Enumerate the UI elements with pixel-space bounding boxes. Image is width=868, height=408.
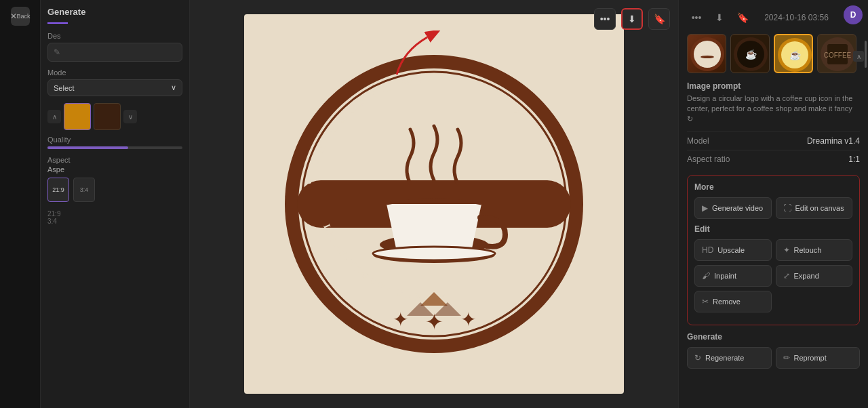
edit-on-canvas-button[interactable]: ⛶ Edit on canvas: [776, 197, 853, 219]
remove-icon: ✂: [702, 297, 709, 306]
thumb-down-button[interactable]: ∨: [123, 110, 137, 123]
panel-bookmark-button[interactable]: 🔖: [733, 8, 752, 27]
user-avatar[interactable]: D: [844, 5, 863, 24]
retouch-button[interactable]: ✦ Retouch: [776, 239, 853, 261]
thumbnail-3[interactable]: ☕: [774, 34, 813, 73]
inpaint-button[interactable]: 🖌 Inpaint: [694, 265, 772, 287]
prompt-refresh-button[interactable]: ↻: [687, 115, 860, 123]
panel-download-button[interactable]: ⬇: [710, 8, 729, 27]
coffee-logo-svg: ✦ ✦ ✦ • DE LAISRA GII • LIIAS/VSOCHI EAN…: [264, 35, 604, 373]
aspect-row: Aspect ratio 1:1: [687, 150, 860, 168]
svg-text:☕: ☕: [789, 49, 802, 61]
svg-point-21: [694, 41, 721, 68]
aspect-value: 1:1: [848, 155, 860, 164]
more-options-button[interactable]: •••: [594, 8, 616, 30]
regenerate-button[interactable]: ↻ Regenerate: [687, 347, 772, 369]
remove-button[interactable]: ✂ Remove: [694, 291, 772, 312]
canvas-image-container: ✦ ✦ ✦ • DE LAISRA GII • LIIAS/VSOCHI EAN…: [244, 14, 624, 394]
prompt-title: Image prompt: [687, 81, 860, 91]
generate-video-label: Generate video: [712, 204, 763, 212]
generate-video-button[interactable]: ▶ Generate video: [694, 197, 772, 219]
coffee-logo-bg: ✦ ✦ ✦ • DE LAISRA GII • LIIAS/VSOCHI EAN…: [244, 14, 624, 394]
panel-more-button[interactable]: •••: [687, 8, 706, 27]
svg-text:✦: ✦: [393, 309, 408, 330]
canvas-icon: ⛶: [783, 203, 791, 213]
reprompt-icon: ✏: [783, 353, 790, 363]
aspect-label-2: 3:4: [80, 186, 89, 193]
brush-icon: ✦: [783, 245, 790, 255]
left-panel: Generate Des ✎ Mode Select ∨ ∧ ∨ Quality…: [41, 0, 190, 408]
thumb-controls: ∧ ∨: [47, 103, 182, 130]
paint-icon: 🖌: [702, 271, 710, 281]
edit-on-canvas-label: Edit on canvas: [795, 204, 844, 212]
generate-heading: Generate: [687, 332, 860, 342]
thumbnail-4[interactable]: COFFEE: [817, 34, 856, 73]
size-indicator-2: 3:4: [47, 218, 182, 225]
aspect-label: Aspect: [47, 156, 182, 164]
thumb-item-2[interactable]: [94, 103, 121, 130]
select-label: Select: [54, 84, 75, 92]
upscale-label: Upscale: [717, 246, 745, 254]
expand-icon: ⤢: [783, 271, 790, 281]
model-row: Model Dreamina v1.4: [687, 131, 860, 150]
description-input[interactable]: ✎: [47, 43, 182, 62]
aspect-label: Aspect ratio: [687, 155, 730, 164]
svg-point-14: [349, 106, 356, 113]
sidebar: ✕ Back: [0, 0, 41, 408]
panel-timestamp: 2024-10-16 03:56: [764, 13, 829, 22]
quality-label: Quality: [47, 136, 182, 144]
more-section: More ▶ Generate video ⛶ Edit on canvas E…: [687, 175, 860, 325]
thumbnail-2[interactable]: ☕: [730, 34, 770, 73]
aspect-box-2[interactable]: 3:4: [73, 178, 95, 202]
canvas-topbar: ••• ⬇ 🔖: [594, 8, 670, 30]
upscale-button[interactable]: HD Upscale: [694, 239, 772, 261]
back-button[interactable]: ✕ Back: [11, 7, 30, 26]
svg-point-8: [373, 247, 495, 260]
more-heading: More: [694, 182, 852, 192]
right-panel: ••• ⬇ 🔖 2024-10-16 03:56 ≡ ☕: [678, 0, 868, 408]
expand-label: Expand: [794, 272, 819, 280]
download-icon: ⬇: [628, 14, 636, 24]
thumb-up-button[interactable]: ∧: [47, 110, 61, 123]
svg-point-22: [701, 56, 714, 58]
aspect-box-1[interactable]: 21:9: [47, 178, 69, 202]
bookmark-button[interactable]: 🔖: [648, 8, 670, 30]
edit-heading: Edit: [694, 224, 852, 234]
svg-text:✦: ✦: [460, 309, 476, 330]
prompt-section: Image prompt Design a circular logo with…: [687, 81, 860, 123]
aspect-value: Aspe: [47, 165, 182, 174]
model-label: Model: [687, 136, 709, 146]
remove-label: Remove: [713, 298, 741, 306]
prompt-text: Design a circular logo with a coffee cup…: [687, 94, 860, 115]
aspect-label-1: 21:9: [52, 186, 64, 193]
quality-slider[interactable]: [47, 146, 182, 149]
thumb-item-1[interactable]: [64, 103, 91, 130]
chevron-up-button[interactable]: ∧: [853, 51, 864, 62]
reprompt-button[interactable]: ✏ Reprompt: [776, 347, 861, 369]
size-indicator: 21:9: [47, 210, 182, 218]
reprompt-label: Reprompt: [794, 354, 827, 362]
scroll-indicator: [865, 41, 867, 68]
expand-button[interactable]: ⤢ Expand: [776, 265, 853, 287]
generate-grid: ↻ Regenerate ✏ Reprompt: [687, 347, 860, 369]
video-icon: ▶: [702, 203, 708, 213]
edit-action-grid: HD Upscale ✦ Retouch 🖌 Inpaint ⤢ Expand …: [694, 239, 852, 312]
aspect-boxes: 21:9 3:4: [47, 178, 182, 202]
regenerate-label: Regenerate: [705, 354, 745, 362]
chevron-down-icon: ∨: [171, 83, 176, 92]
more-icon: •••: [600, 14, 610, 24]
mode-select[interactable]: Select ∨: [47, 79, 182, 96]
more-action-grid: ▶ Generate video ⛶ Edit on canvas: [694, 197, 852, 219]
panel-title: Generate: [47, 7, 182, 17]
bookmark-icon: 🔖: [654, 14, 665, 24]
canvas-area: ✦ ✦ ✦ • DE LAISRA GII • LIIAS/VSOCHI EAN…: [190, 0, 678, 408]
generate-section: Generate ↻ Regenerate ✏ Reprompt: [687, 332, 860, 369]
mode-label: Mode: [47, 68, 182, 77]
svg-point-15: [512, 106, 519, 113]
download-button[interactable]: ⬇: [621, 8, 643, 30]
thumbnail-1[interactable]: [687, 34, 726, 73]
regenerate-icon: ↻: [694, 353, 701, 363]
quality-slider-fill: [47, 146, 128, 149]
model-value: Dreamina v1.4: [807, 136, 860, 146]
thumbnail-strip: ☕ ☕ COFFEE: [687, 34, 860, 73]
